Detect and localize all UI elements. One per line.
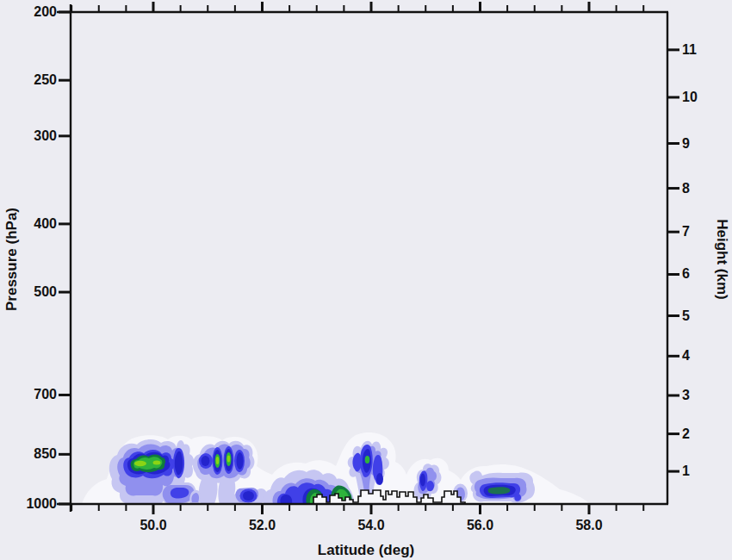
pressure-tick-label: 250 bbox=[5, 72, 57, 88]
height-tick-label: 3 bbox=[682, 388, 690, 403]
height-tick-label: 11 bbox=[682, 42, 697, 58]
pressure-tick-label: 850 bbox=[5, 446, 57, 462]
height-tick-label: 5 bbox=[682, 308, 690, 324]
height-tick-label: 2 bbox=[682, 426, 690, 442]
pressure-tick-label: 200 bbox=[5, 4, 57, 20]
axes-frame bbox=[0, 0, 732, 560]
height-tick-label: 7 bbox=[682, 224, 690, 240]
height-tick-label: 1 bbox=[682, 464, 690, 479]
height-tick-label: 4 bbox=[682, 348, 690, 364]
height-tick-label: 9 bbox=[682, 136, 690, 152]
height-tick-label: 6 bbox=[682, 266, 690, 282]
x-tick-label: 54.0 bbox=[357, 518, 384, 533]
x-tick-label: 56.0 bbox=[467, 518, 493, 533]
height-tick-label: 10 bbox=[682, 90, 698, 105]
pressure-tick-label: 1000 bbox=[5, 496, 57, 512]
pressure-tick-label: 700 bbox=[5, 387, 57, 402]
height-tick-label: 8 bbox=[682, 181, 690, 196]
x-tick-label: 50.0 bbox=[140, 518, 166, 533]
contour-plot: 50.052.054.056.058.0 2002503004005007008… bbox=[0, 0, 732, 560]
pressure-axis-title: Pressure (hPa) bbox=[3, 173, 21, 345]
pressure-tick-label: 300 bbox=[5, 128, 57, 144]
height-axis-title: Height (km) bbox=[713, 173, 730, 345]
x-tick-label: 58.0 bbox=[575, 518, 602, 533]
x-tick-label: 52.0 bbox=[249, 518, 276, 533]
x-axis-title: Latitude (deg) bbox=[0, 542, 732, 559]
